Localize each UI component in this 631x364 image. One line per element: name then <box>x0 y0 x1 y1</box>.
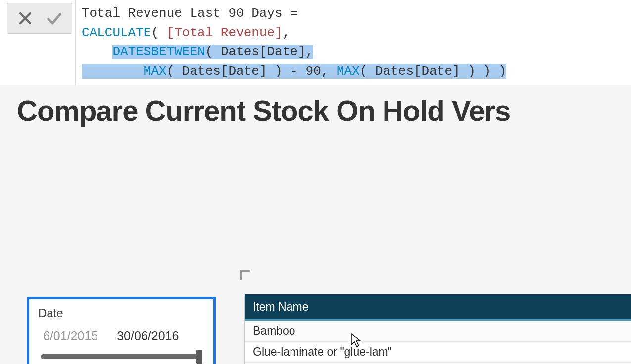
confirm-button[interactable] <box>41 7 67 29</box>
item-table[interactable]: Item Name Bamboo Glue-laminate or "glue-… <box>245 294 631 364</box>
date-slider-track[interactable] <box>41 354 201 359</box>
date-slicer[interactable]: Date 6/01/2015 30/06/2016 <box>27 297 216 364</box>
selection-corner-icon <box>240 270 250 280</box>
check-icon <box>46 10 62 27</box>
table-row[interactable]: Glue-laminate or "glue-lam" <box>245 342 631 363</box>
cancel-button[interactable] <box>12 7 38 29</box>
slicer-title: Date <box>38 306 204 320</box>
formula-bar[interactable]: Total Revenue Last 90 Days = CALCULATE( … <box>75 0 631 85</box>
date-slider-handle[interactable] <box>196 350 202 364</box>
date-end[interactable]: 30/06/2016 <box>117 329 179 343</box>
close-icon <box>17 10 34 27</box>
table-body: Bamboo Glue-laminate or "glue-lam" Treat… <box>245 321 631 364</box>
date-range-labels: 6/01/2015 30/06/2016 <box>38 329 204 343</box>
formula-action-group <box>7 3 72 34</box>
table-header[interactable]: Item Name <box>245 294 631 321</box>
table-row[interactable]: Bamboo <box>245 321 631 342</box>
date-start[interactable]: 6/01/2015 <box>43 329 98 343</box>
page-title: Compare Current Stock On Hold Vers <box>0 85 631 132</box>
